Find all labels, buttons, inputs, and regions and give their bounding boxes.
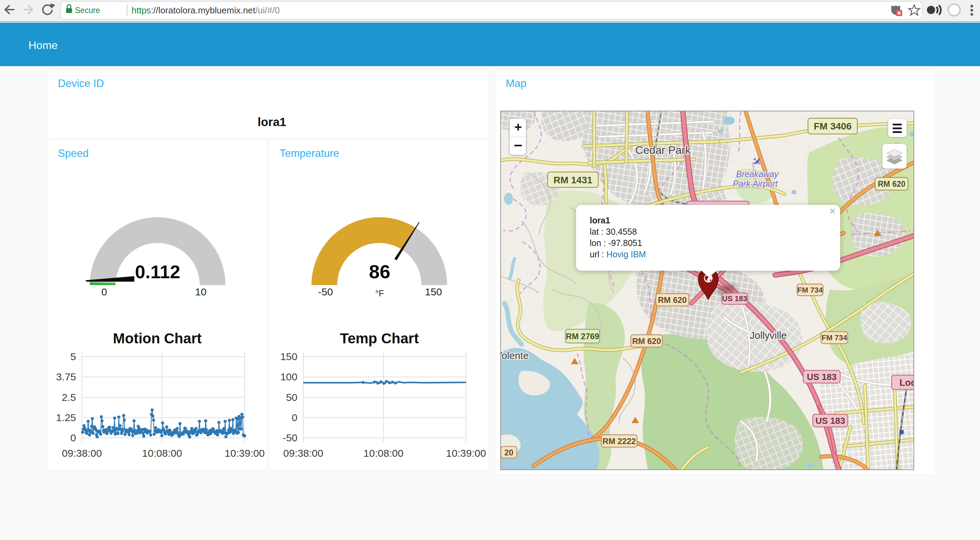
svg-text:RM 620: RM 620 — [878, 179, 906, 189]
svg-text:Jollyville: Jollyville — [750, 330, 787, 341]
svg-text:50: 50 — [286, 392, 298, 403]
svg-text:RM 620: RM 620 — [632, 337, 661, 346]
svg-text:Secure: Secure — [75, 6, 100, 15]
svg-text:86: 86 — [369, 261, 390, 282]
svg-text:US 183: US 183 — [722, 294, 747, 303]
svg-text:150: 150 — [280, 351, 298, 362]
svg-text:2.5: 2.5 — [62, 392, 76, 403]
svg-text:FM 3406: FM 3406 — [814, 121, 852, 132]
svg-text:5: 5 — [70, 351, 76, 362]
svg-text:Volente: Volente — [501, 350, 529, 361]
svg-text:0: 0 — [102, 286, 107, 297]
svg-text:US 183: US 183 — [807, 372, 837, 382]
svg-text:10:39:00: 10:39:00 — [225, 448, 265, 459]
svg-text:FM 734: FM 734 — [822, 334, 847, 342]
svg-text:RM 2222: RM 2222 — [602, 437, 636, 446]
svg-text:3.75: 3.75 — [56, 371, 76, 383]
svg-text:Temp Chart: Temp Chart — [340, 330, 419, 346]
svg-text:RM 2769: RM 2769 — [566, 332, 599, 341]
svg-text:FM 734: FM 734 — [797, 286, 823, 294]
svg-text:20: 20 — [504, 448, 514, 457]
svg-text:-50: -50 — [318, 286, 333, 297]
svg-text:1.25: 1.25 — [56, 412, 76, 423]
svg-text:100: 100 — [280, 371, 298, 383]
svg-text:10:39:00: 10:39:00 — [446, 448, 486, 459]
svg-text:0: 0 — [70, 432, 76, 443]
svg-text:Cedar Park: Cedar Park — [635, 144, 691, 156]
svg-text:0: 0 — [291, 412, 298, 423]
svg-text:Park Airport: Park Airport — [733, 179, 778, 189]
svg-text:RM 1431: RM 1431 — [554, 175, 592, 185]
svg-text:10: 10 — [195, 286, 206, 297]
svg-text:US 183: US 183 — [816, 416, 845, 426]
svg-text:https://loratolora.mybluemix.n: https://loratolora.mybluemix.net/ui/#/0 — [132, 5, 280, 16]
svg-text:-50: -50 — [283, 432, 298, 443]
svg-text:09:38:00: 09:38:00 — [62, 448, 102, 459]
svg-text:RM 620: RM 620 — [658, 295, 687, 305]
svg-text:10:08:00: 10:08:00 — [142, 448, 182, 459]
svg-text:Motion Chart: Motion Chart — [113, 330, 202, 346]
svg-text:°F: °F — [375, 289, 384, 298]
svg-text:Breakaway: Breakaway — [736, 169, 779, 179]
svg-text:0.112: 0.112 — [135, 261, 180, 282]
svg-text:09:38:00: 09:38:00 — [283, 448, 323, 459]
svg-text:150: 150 — [425, 286, 442, 297]
svg-text:10:08:00: 10:08:00 — [364, 448, 404, 459]
svg-text:Loop: Loop — [899, 378, 914, 388]
